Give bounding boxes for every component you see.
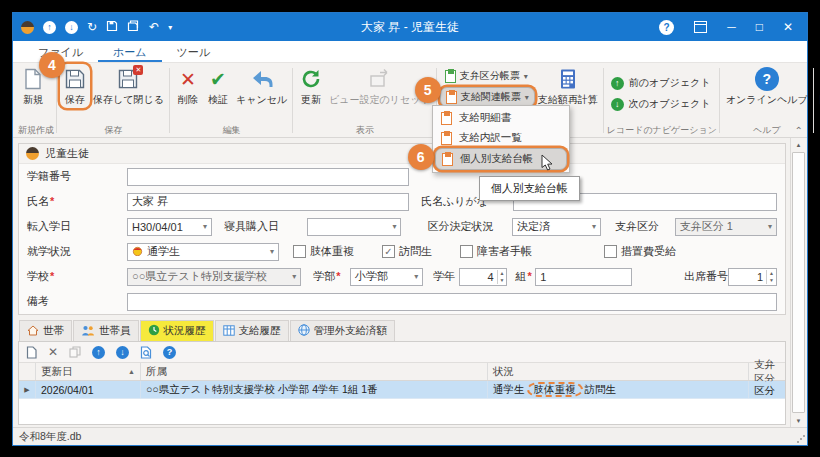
column-header-category[interactable]: 支弁区分 [749,363,785,380]
delete-record-icon[interactable]: ✕ [48,346,58,358]
tab-home[interactable]: ホーム [98,41,162,62]
checkbox-placement-fee[interactable]: 措置費受給 [604,244,676,259]
online-help-button[interactable]: ? オンラインヘルプ [723,64,811,108]
spinner-arrows-icon[interactable]: ▲▼ [497,270,507,284]
next-record-icon[interactable]: ↓ [65,21,78,34]
grade-spinner[interactable]: 4 ▲▼ [459,268,508,286]
scrollbar-thumb[interactable] [792,152,805,413]
titlebar-help-icon[interactable]: ? [659,20,674,35]
tab-status-history[interactable]: 状況履歴 [140,320,214,341]
grid-row-selected[interactable]: ▶ 2026/04/01 ○○県立テスト特別支援学校 小学部 4学年 1組 1番… [19,381,785,399]
previous-object-button[interactable]: ↑ 前のオブジェクト [607,74,715,92]
school-combo[interactable]: ○○県立テスト特別支援学校 ▾ [127,268,301,286]
save-and-close-button[interactable]: 保存して閉じる [90,64,167,108]
remarks-input[interactable] [127,293,777,311]
menu-item-label: 支給明細書 [459,111,512,125]
maximize-button[interactable]: □ [756,20,763,34]
recalculate-payment-button[interactable]: 支給額再計算 [535,64,601,108]
save-icon[interactable] [106,18,118,36]
menu-item-payment-breakdown[interactable]: 支給内訳一覧 [435,128,567,148]
menu-item-individual-ledger[interactable]: 6 個人別支給台帳 [435,148,567,170]
column-header-affiliation[interactable]: 所属 [141,363,488,380]
checkbox-visiting-student[interactable]: ✓ 訪問生 [382,244,432,259]
app-icon[interactable] [21,21,34,34]
scroll-down-icon[interactable]: ▼ [791,414,806,427]
checkbox-disability-certificate[interactable]: 障害者手帳 [460,244,532,259]
clipboard-orange-icon [441,132,452,145]
column-header-status[interactable]: 状況 [488,363,749,380]
content-area: 児童生徒 学籍番号 氏名 大家 昇 氏名ふりがな 転入学日 H30/04/01 … [13,138,807,427]
next-object-button[interactable]: ↓ 次のオブジェクト [607,95,715,113]
bedding-date-combo[interactable]: ▾ [307,218,402,236]
student-no-input[interactable] [127,168,409,186]
minimize-button[interactable]: ─ [727,20,736,34]
payment-category-combo[interactable]: 支弁区分 1 ▾ [675,218,777,236]
scroll-up-icon[interactable]: ▲ [791,138,806,151]
grade-value: 4 [460,271,497,283]
tab-payment-history[interactable]: 支給履歴 [215,320,289,341]
name-input[interactable]: 大家 昇 [127,193,409,211]
calculator-icon [556,67,580,91]
ribbon-group-close: ✕ 閉じる 閉じる [814,63,820,137]
attendance-no-spinner[interactable]: 1 ▲▼ [728,268,777,286]
tab-label: 状況履歴 [164,324,206,338]
ribbon-group-navigation: ↑ 前のオブジェクト ↓ 次のオブジェクト レコードのナビゲーション [604,63,720,137]
menu-item-payment-statement[interactable]: 支給明細書 [435,108,567,128]
column-label: 更新日 [41,365,73,379]
vertical-scrollbar[interactable]: ▲ ▼ [790,138,806,427]
move-up-icon[interactable]: ↑ [92,346,105,359]
prev-record-icon[interactable]: ↑ [43,21,56,34]
tab-external-payments[interactable]: 管理外支給済額 [290,320,396,341]
move-down-icon[interactable]: ↓ [116,346,129,359]
save-as-icon[interactable] [127,18,140,36]
grid-header: 更新日 ▲ 所属 状況 支弁区分 [19,363,785,381]
column-header-update-date[interactable]: 更新日 ▲ [36,363,141,380]
report-buttons-stack: 支弁区分帳票 ▾ 5 支給関連帳票 ▾ 支給明細書 [440,64,535,107]
resize-grip[interactable] [796,434,805,443]
layout-icon[interactable] [694,21,707,33]
up-circle-icon: ↑ [611,77,624,90]
save-button[interactable]: 4 保存 [60,64,90,108]
transfer-date-combo[interactable]: H30/04/01 ▾ [127,218,212,236]
tab-household-members[interactable]: 世帯員 [73,320,139,341]
department-combo[interactable]: 小学部 ▾ [350,268,423,286]
globe-icon [298,324,310,338]
checkbox-icon [604,245,617,258]
titlebar: ↑ ↓ ↻ ↶ ▾ 大家 昇 - 児童生徒 ? ─ □ ✕ [13,13,807,41]
grid-toolbar: ✕ ↑ ↓ ? [19,342,785,363]
class-input[interactable]: 1 [535,268,632,286]
tab-label: 支給履歴 [239,324,281,338]
spinner-arrows-icon[interactable]: ▲▼ [766,270,776,284]
refresh-button[interactable]: 更新 [296,64,326,108]
ribbon: 新規 新規作成 4 保存 保存して閉じる 保存 [13,63,807,138]
qat-dropdown-icon[interactable]: ▾ [168,23,172,32]
online-help-label: オンラインヘルプ [726,93,808,107]
new-record-icon[interactable] [26,346,37,359]
verify-button[interactable]: ✔ 検証 [203,64,233,108]
checkbox-limb-overlap[interactable]: 肢体重複 [293,244,354,259]
payment-related-report-button[interactable]: 5 支給関連帳票 ▾ [440,87,535,107]
payment-category-report-label: 支弁区分帳票 [460,69,520,83]
cancel-button[interactable]: キャンセル [233,64,290,108]
delete-button[interactable]: ✕ 削除 [173,64,203,108]
decision-status-combo[interactable]: 決定済 ▾ [512,218,601,236]
name-label: 氏名 [27,194,127,209]
remarks-label: 備考 [27,294,127,309]
cell-status: 通学生 肢体重複 訪問生 [488,381,749,398]
collapse-ribbon-icon[interactable]: ⌃ [795,125,803,136]
tab-household[interactable]: 世帯 [19,320,72,341]
copy-record-icon[interactable] [69,346,81,358]
tab-tools[interactable]: ツール [162,41,226,62]
grid-help-icon[interactable]: ? [163,346,176,359]
ribbon-group-save: 4 保存 保存して閉じる 保存 [57,63,170,137]
refresh-icon[interactable]: ↻ [87,21,97,33]
undo-icon[interactable]: ↶ [149,21,159,33]
payment-category-report-button[interactable]: 支弁区分帳票 ▾ [440,67,535,85]
floppy-icon [63,67,87,91]
group-label-new: 新規作成 [18,123,54,137]
step-6-badge: 6 [408,144,434,170]
school-status-combo[interactable]: 通学生 ▾ [127,243,279,261]
preview-icon[interactable] [140,346,152,359]
close-window-button[interactable]: ✕ [783,20,793,34]
previous-object-label: 前のオブジェクト [629,76,711,90]
